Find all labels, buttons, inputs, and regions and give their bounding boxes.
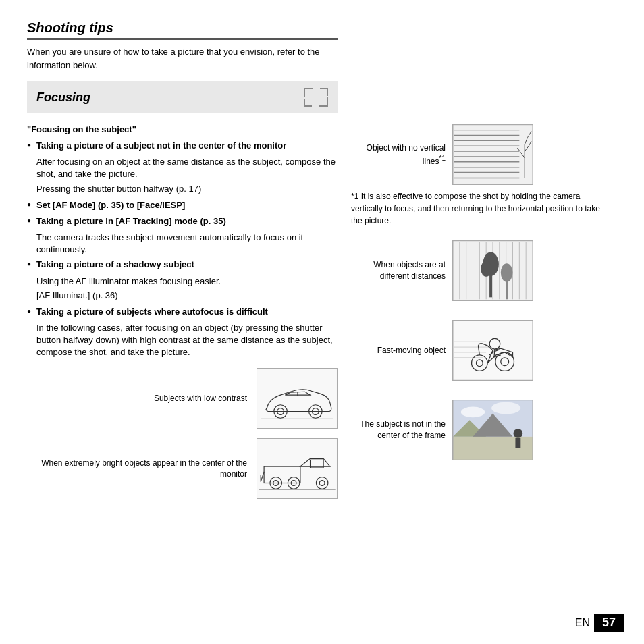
svg-point-68 xyxy=(513,429,522,438)
bullet-list-2: Set [AF Mode] (p. 35) to [Face/iESP] Tak… xyxy=(27,199,338,227)
svg-point-65 xyxy=(491,402,520,414)
left-column: "Focusing on the subject" Taking a pictu… xyxy=(27,124,338,499)
bullet-list: Taking a picture of a subject not in the… xyxy=(27,140,338,152)
right-label-lines: Object with no vertical lines*1 xyxy=(351,142,452,167)
page-title: Shooting tips xyxy=(27,20,338,40)
sub-text-small: Pressing the shutter button halfway (p. … xyxy=(27,184,338,194)
sub-text-4: [AF Illuminat.] (p. 36) xyxy=(27,290,338,300)
main-content: "Focusing on the subject" Taking a pictu… xyxy=(27,124,617,499)
focusing-box: Focusing xyxy=(27,81,338,113)
focus-bracket-icon xyxy=(304,88,328,107)
right-img-fast xyxy=(452,320,533,381)
image-row-bright: When extremely bright objects appear in … xyxy=(27,438,338,499)
en-label: EN xyxy=(575,617,590,629)
distances-svg xyxy=(453,240,533,301)
right-img-offcenter xyxy=(452,400,533,460)
footnote-ref: *1 xyxy=(439,155,446,162)
img-box-bright xyxy=(257,438,338,499)
right-column: Object with no vertical lines*1 xyxy=(351,124,614,499)
right-img-group-fast: Fast-moving object xyxy=(351,320,614,381)
bullet-list-3: Taking a picture of a shadowy subject xyxy=(27,259,338,271)
list-item: Taking a picture of a subject not in the… xyxy=(27,140,338,152)
bullet-list-4: Taking a picture of subjects where autof… xyxy=(27,306,338,318)
list-item: Taking a picture in [AF Tracking] mode (… xyxy=(27,215,338,227)
list-item: Taking a picture of subjects where autof… xyxy=(27,306,338,318)
list-item: Taking a picture of a shadowy subject xyxy=(27,259,338,271)
car-illustration xyxy=(257,369,337,428)
page: Shooting tips When you are unsure of how… xyxy=(0,0,644,644)
bright-car-illustration xyxy=(257,439,337,498)
focusing-title: Focusing xyxy=(36,90,90,105)
right-img-lines xyxy=(452,124,533,185)
right-img-group-distances: When objects are at different distances xyxy=(351,240,614,301)
right-label-fast: Fast-moving object xyxy=(351,345,452,356)
right-img-distances xyxy=(452,240,533,301)
intro-text: When you are unsure of how to take a pic… xyxy=(27,45,324,72)
right-label-offcenter: The subject is not in the center of the … xyxy=(351,419,452,441)
footnote-box: *1 It is also effective to compose the s… xyxy=(351,190,601,227)
footnote-text: It is also effective to compose the shot… xyxy=(351,192,600,225)
svg-rect-19 xyxy=(453,125,533,185)
svg-point-48 xyxy=(501,263,513,282)
svg-point-46 xyxy=(481,261,491,277)
img-label-car: Subjects with low contrast xyxy=(27,393,247,404)
section-heading: "Focusing on the subject" xyxy=(27,124,338,134)
sub-text-3: Using the AF illuminator makes focusing … xyxy=(27,275,338,288)
sub-text-2: The camera tracks the subject movement a… xyxy=(27,232,338,256)
img-box-car xyxy=(257,368,338,429)
horizontal-lines-svg xyxy=(453,124,533,185)
sub-text-5: In the following cases, after focusing o… xyxy=(27,322,338,359)
footnote-sup: *1 xyxy=(351,192,358,201)
page-number: 57 xyxy=(594,614,624,632)
offcenter-svg xyxy=(453,400,533,460)
image-row-car: Subjects with low contrast xyxy=(27,368,338,429)
img-label-bright: When extremely bright objects appear in … xyxy=(27,458,247,481)
right-img-group-offcenter: The subject is not in the center of the … xyxy=(351,400,614,460)
motorcycle-svg xyxy=(453,320,533,381)
right-label-distances: When objects are at different distances xyxy=(351,259,452,282)
svg-rect-69 xyxy=(515,438,520,448)
page-number-area: EN 57 xyxy=(575,614,624,632)
right-img-group-lines: Object with no vertical lines*1 xyxy=(351,124,614,185)
svg-rect-44 xyxy=(489,274,492,297)
svg-point-64 xyxy=(461,407,485,418)
list-item: Set [AF Mode] (p. 35) to [Face/iESP] xyxy=(27,199,338,211)
svg-rect-47 xyxy=(506,281,508,300)
sub-text: After focusing on an object at the same … xyxy=(27,156,338,180)
